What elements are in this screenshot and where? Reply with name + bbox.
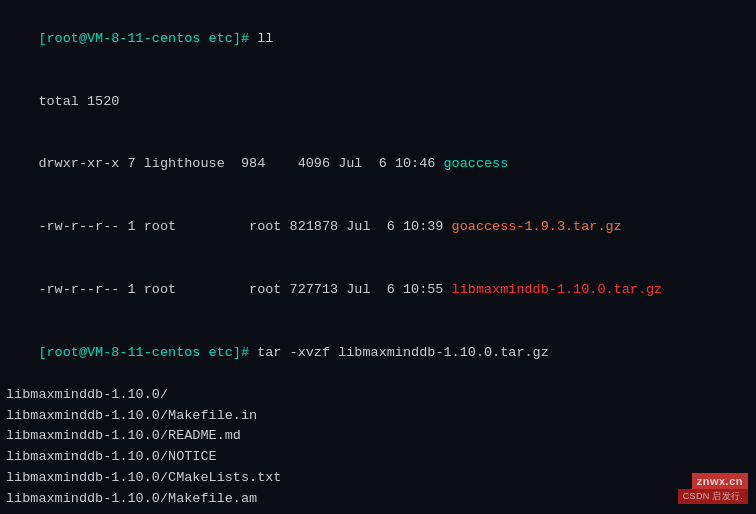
- goaccess-dirname: goaccess: [444, 156, 509, 171]
- line-cmd-tar: [root@VM-8-11-centos etc]# tar -xvzf lib…: [6, 322, 750, 385]
- watermark-source: CSDN 启发行.: [678, 489, 748, 504]
- extract-03: libmaxminddb-1.10.0/README.md: [6, 426, 750, 447]
- extract-07: libmaxminddb-1.10.0/man/: [6, 510, 750, 514]
- dir-perms: drwxr-xr-x 7: [38, 156, 143, 171]
- line-file-tar1: -rw-r--r-- 1 root root 821878 Jul 6 10:3…: [6, 196, 750, 259]
- cmd-tar: tar -xvzf libmaxminddb-1.10.0.tar.gz: [249, 345, 549, 360]
- file1-perms: -rw-r--r-- 1 root root 821878 Jul 6 10:3…: [38, 219, 451, 234]
- file2-name: libmaxminddb-1.10.0.tar.gz: [452, 282, 663, 297]
- file1-name: goaccess-1.9.3.tar.gz: [452, 219, 622, 234]
- extract-06: libmaxminddb-1.10.0/Makefile.am: [6, 489, 750, 510]
- extract-02: libmaxminddb-1.10.0/Makefile.in: [6, 406, 750, 427]
- cmd-ll: ll: [249, 31, 273, 46]
- lighthouse-text: lighthouse: [144, 156, 225, 171]
- extract-01: libmaxminddb-1.10.0/: [6, 385, 750, 406]
- watermark-site: znwx.cn: [692, 473, 748, 489]
- terminal-window: [root@VM-8-11-centos etc]# ll total 1520…: [0, 0, 756, 514]
- watermark: znwx.cn CSDN 启发行.: [678, 473, 748, 504]
- file2-perms: -rw-r--r-- 1 root root 727713 Jul 6 10:5…: [38, 282, 451, 297]
- line-dir-goaccess: drwxr-xr-x 7 lighthouse 984 4096 Jul 6 1…: [6, 134, 750, 197]
- line-file-tar2: -rw-r--r-- 1 root root 727713 Jul 6 10:5…: [6, 259, 750, 322]
- prompt-1: [root@VM-8-11-centos etc]#: [38, 31, 249, 46]
- line-total: total 1520: [6, 71, 750, 134]
- line-cmd-ll: [root@VM-8-11-centos etc]# ll: [6, 8, 750, 71]
- extract-04: libmaxminddb-1.10.0/NOTICE: [6, 447, 750, 468]
- total-text: total 1520: [38, 94, 119, 109]
- dir-info: 984 4096 Jul 6 10:46: [225, 156, 444, 171]
- extract-05: libmaxminddb-1.10.0/CMakeLists.txt: [6, 468, 750, 489]
- prompt-2: [root@VM-8-11-centos etc]#: [38, 345, 249, 360]
